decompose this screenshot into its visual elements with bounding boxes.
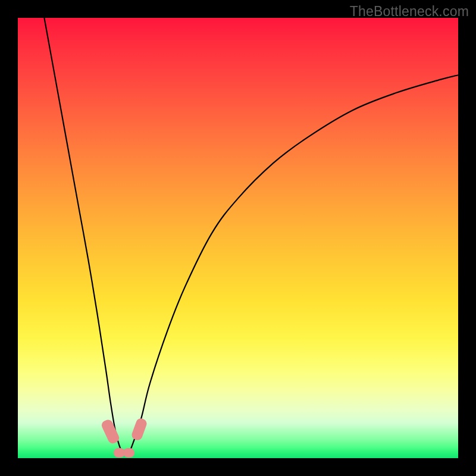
bottleneck-curve <box>44 18 458 455</box>
plot-area <box>18 18 458 458</box>
chart-frame: TheBottleneck.com <box>0 0 476 476</box>
blob-mid-b <box>123 448 134 458</box>
curve-layer <box>18 18 458 458</box>
watermark-text: TheBottleneck.com <box>350 4 469 20</box>
